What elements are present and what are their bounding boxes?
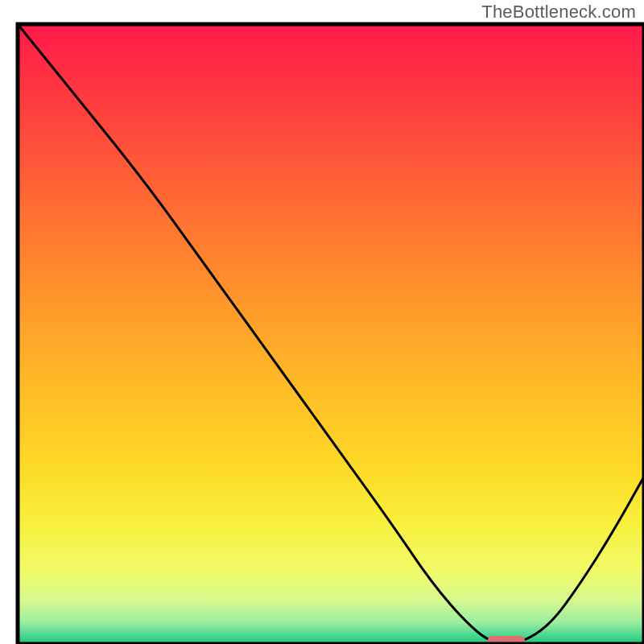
- chart-container: { "watermark": "TheBottleneck.com", "cha…: [0, 0, 644, 644]
- bottleneck-chart: [0, 0, 644, 644]
- plot-background: [18, 24, 644, 644]
- watermark-text: TheBottleneck.com: [481, 2, 636, 23]
